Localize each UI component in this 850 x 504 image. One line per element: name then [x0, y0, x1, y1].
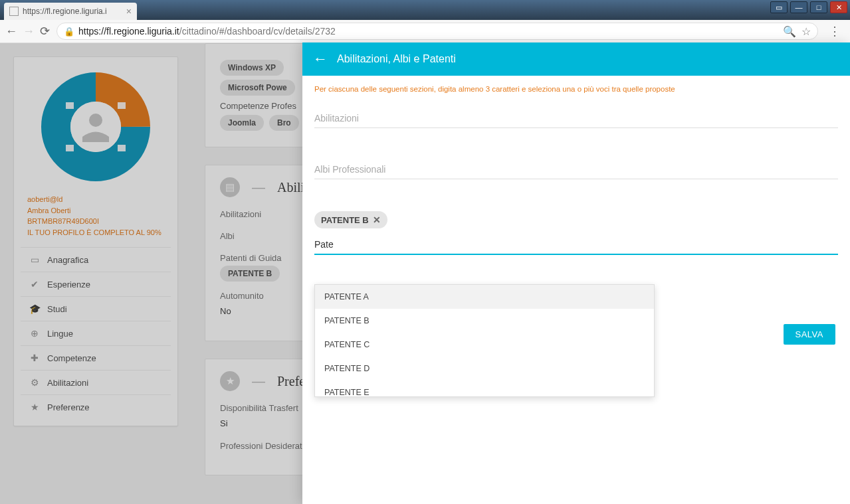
tab-title: https://fl.regione.liguria.i	[23, 7, 107, 16]
reload-icon[interactable]: ⟳	[40, 24, 50, 39]
panel-header: ← Abilitazioni, Albi e Patenti	[302, 42, 850, 76]
window-minimize[interactable]: —	[790, 1, 807, 13]
forward-icon: →	[23, 25, 35, 39]
edit-panel: ← Abilitazioni, Albi e Patenti Per ciasc…	[302, 42, 850, 504]
patenti-input[interactable]	[314, 235, 838, 255]
window-controls: ▭ — □ ✕	[770, 1, 847, 13]
dropdown-option[interactable]: PATENTE C	[315, 333, 654, 357]
browser-tab[interactable]: https://fl.regione.liguria.i ×	[4, 3, 137, 20]
file-icon	[9, 7, 19, 16]
panel-title: Abilitazioni, Albi e Patenti	[337, 53, 456, 65]
dropdown-option[interactable]: PATENTE D	[315, 357, 654, 380]
abilitazioni-input[interactable]	[314, 109, 838, 128]
address-bar: ← → ⟳ 🔒 https://fl.regione.liguria.it/ci…	[0, 20, 850, 42]
dropdown-option[interactable]: PATENTE E	[315, 380, 654, 397]
url-path: /cittadino/#/dashboard/cv/details/2732	[179, 26, 336, 37]
lock-icon: 🔒	[64, 27, 74, 37]
window-close[interactable]: ✕	[830, 1, 847, 13]
star-icon[interactable]: ☆	[801, 25, 811, 38]
help-text: Per ciascuna delle seguenti sezioni, dig…	[314, 85, 838, 93]
menu-icon[interactable]: ⋮	[825, 24, 845, 39]
patente-chip: PATENTE B ✕	[314, 211, 387, 228]
window-maximize[interactable]: □	[810, 1, 827, 13]
dropdown-option[interactable]: PATENTE A	[315, 285, 654, 309]
dropdown-option[interactable]: PATENTE B	[315, 309, 654, 333]
chip-remove-icon[interactable]: ✕	[373, 214, 381, 225]
tab-bar: https://fl.regione.liguria.i × ▭ — □ ✕	[0, 0, 850, 20]
tab-close-icon[interactable]: ×	[126, 6, 132, 17]
url-host: https://fl.regione.liguria.it	[78, 26, 179, 37]
zoom-icon[interactable]: 🔍	[783, 25, 796, 38]
window-user-icon[interactable]: ▭	[770, 1, 788, 13]
browser-chrome: https://fl.regione.liguria.i × ▭ — □ ✕ ←…	[0, 0, 850, 43]
url-input[interactable]: 🔒 https://fl.regione.liguria.it/cittadin…	[56, 23, 818, 40]
albi-input[interactable]	[314, 160, 838, 179]
autocomplete-dropdown[interactable]: PATENTE A PATENTE B PATENTE C PATENTE D …	[314, 284, 655, 397]
back-icon[interactable]: ←	[5, 25, 17, 39]
back-arrow-icon[interactable]: ←	[313, 50, 328, 68]
save-button[interactable]: SALVA	[784, 324, 835, 345]
